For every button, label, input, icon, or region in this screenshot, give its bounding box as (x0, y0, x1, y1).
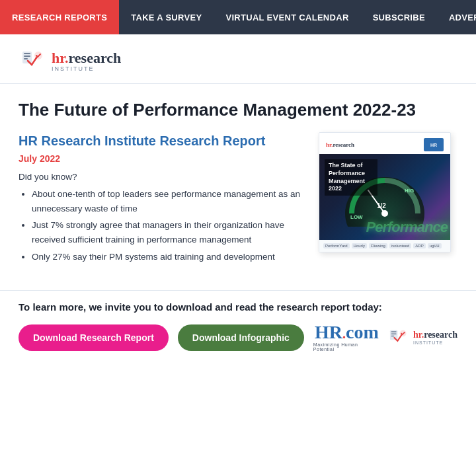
sponsor-6: ugVH (428, 243, 442, 248)
svg-rect-14 (391, 333, 397, 334)
nav-research-reports[interactable]: RESEARCH REPORTS (0, 0, 119, 34)
hr-research-footer-icon (387, 326, 411, 350)
hr-com-tagline: Maximizing Human Potential (313, 342, 380, 352)
nav-advertise[interactable]: ADVERTISE (437, 0, 476, 34)
report-card-footer: PerformYard Hourly Fliewing ivolunteed A… (319, 240, 450, 252)
svg-text:LOW: LOW (350, 214, 363, 220)
hr-com-badge: HR (424, 138, 444, 151)
content-left: HR Research Institute Research Report Ju… (19, 132, 305, 266)
sponsor-3: Fliewing (369, 243, 387, 248)
bullet-list: About one-tenth of top leaders see perfo… (19, 187, 305, 264)
sponsor-4: ivolunteed (389, 243, 411, 248)
report-date: July 2022 (19, 153, 305, 164)
report-subtitle: HR Research Institute Research Report (19, 132, 305, 149)
content-row: HR Research Institute Research Report Ju… (19, 132, 457, 266)
svg-rect-2 (24, 53, 30, 54)
svg-rect-3 (24, 56, 30, 57)
svg-point-8 (381, 210, 388, 217)
report-card-image: The State of Performance Management 2022 (319, 154, 450, 240)
hr-research-sub: INSTITUTE (413, 340, 457, 345)
hr-research-icon (19, 46, 48, 75)
download-infographic-button[interactable]: Download Infographic (178, 324, 304, 351)
svg-text:HIG: HIG (405, 188, 414, 194)
svg-rect-13 (391, 331, 397, 332)
navbar: RESEARCH REPORTS TAKE A SURVEY VIRTUAL E… (0, 0, 476, 34)
bottom-section: To learn more, we invite you to download… (0, 290, 476, 365)
sponsor-1: PerformYard (323, 243, 350, 248)
page-title: The Future of Performance Management 202… (19, 100, 457, 120)
nav-subscribe[interactable]: SUBSCRIBE (361, 0, 437, 34)
hr-com-logo: HR.com Maximizing Human Potential (313, 323, 380, 352)
invite-text: To learn more, we invite you to download… (19, 301, 457, 313)
sponsor-5: ADP (413, 243, 425, 248)
logo-bar: hr.research INSTITUTE (0, 34, 476, 84)
bullet-item-2: Just 7% strongly agree that managers in … (32, 218, 305, 247)
svg-rect-4 (24, 58, 28, 59)
main-content: The Future of Performance Management 202… (0, 84, 476, 280)
buttons-row: Download Research Report Download Infogr… (19, 323, 457, 352)
logo-container: hr.research INSTITUTE (19, 46, 457, 75)
report-card-title: The State of Performance Management 2022 (325, 159, 377, 196)
svg-rect-15 (391, 335, 395, 336)
did-you-know-label: Did you know? (19, 172, 305, 182)
hr-research-logo: hr.research INSTITUTE (387, 326, 457, 350)
nav-virtual-event[interactable]: VIRTUAL EVENT CALENDAR (214, 0, 360, 34)
logo-text-group: hr.research INSTITUTE (52, 50, 121, 72)
glow-text: Performance (366, 219, 448, 236)
svg-text:1/2: 1/2 (377, 202, 386, 209)
download-report-button[interactable]: Download Research Report (19, 324, 169, 351)
report-card-header: hr.research HR (319, 133, 450, 154)
sponsor-2: Hourly (352, 243, 367, 248)
report-image-container: hr.research HR The State of Performance … (319, 132, 457, 252)
partner-logos: HR.com Maximizing Human Potential h (313, 323, 457, 352)
bullet-item-1: About one-tenth of top leaders see perfo… (32, 187, 305, 215)
bullet-item-3: Only 27% say their PM systems aid traini… (32, 250, 305, 264)
report-card: hr.research HR The State of Performance … (319, 132, 451, 252)
nav-take-survey[interactable]: TAKE A SURVEY (119, 0, 214, 34)
